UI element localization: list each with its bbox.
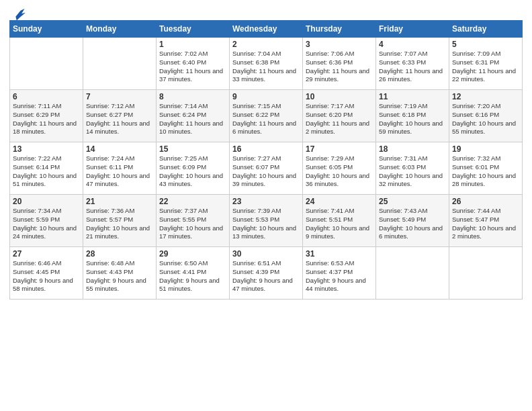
day-detail: Sunrise: 7:04 AM Sunset: 6:38 PM Dayligh… bbox=[232, 50, 300, 84]
day-number: 19 bbox=[452, 144, 519, 154]
day-detail: Sunrise: 7:25 AM Sunset: 6:09 PM Dayligh… bbox=[159, 154, 226, 189]
logo bbox=[9, 7, 26, 17]
day-number: 23 bbox=[232, 197, 300, 206]
calendar-cell: 13Sunrise: 7:22 AM Sunset: 6:14 PM Dayli… bbox=[10, 142, 83, 195]
day-number: 6 bbox=[13, 92, 80, 101]
calendar-cell bbox=[10, 38, 83, 90]
calendar-cell: 16Sunrise: 7:27 AM Sunset: 6:07 PM Dayli… bbox=[230, 142, 303, 195]
day-number: 29 bbox=[159, 249, 226, 259]
day-detail: Sunrise: 7:37 AM Sunset: 5:55 PM Dayligh… bbox=[159, 207, 226, 241]
day-detail: Sunrise: 7:19 AM Sunset: 6:18 PM Dayligh… bbox=[379, 102, 446, 136]
day-detail: Sunrise: 7:12 AM Sunset: 6:27 PM Dayligh… bbox=[86, 102, 153, 136]
calendar-cell: 26Sunrise: 7:44 AM Sunset: 5:47 PM Dayli… bbox=[449, 195, 523, 247]
calendar-cell: 1Sunrise: 7:02 AM Sunset: 6:40 PM Daylig… bbox=[157, 38, 230, 90]
day-detail: Sunrise: 6:48 AM Sunset: 4:43 PM Dayligh… bbox=[86, 259, 153, 293]
calendar-cell: 20Sunrise: 7:34 AM Sunset: 5:59 PM Dayli… bbox=[10, 195, 83, 247]
calendar-cell: 17Sunrise: 7:29 AM Sunset: 6:05 PM Dayli… bbox=[303, 142, 376, 195]
day-detail: Sunrise: 7:15 AM Sunset: 6:22 PM Dayligh… bbox=[232, 102, 300, 136]
day-detail: Sunrise: 7:43 AM Sunset: 5:49 PM Dayligh… bbox=[379, 207, 446, 241]
page-container: SundayMondayTuesdayWednesdayThursdayFrid… bbox=[0, 0, 532, 304]
day-number: 22 bbox=[159, 197, 226, 206]
calendar-cell: 29Sunrise: 6:50 AM Sunset: 4:41 PM Dayli… bbox=[157, 247, 230, 300]
day-detail: Sunrise: 7:09 AM Sunset: 6:31 PM Dayligh… bbox=[452, 50, 519, 84]
day-number: 2 bbox=[232, 40, 300, 49]
calendar-cell: 22Sunrise: 7:37 AM Sunset: 5:55 PM Dayli… bbox=[157, 195, 230, 247]
calendar-cell: 19Sunrise: 7:32 AM Sunset: 6:01 PM Dayli… bbox=[449, 142, 523, 195]
calendar-cell: 28Sunrise: 6:48 AM Sunset: 4:43 PM Dayli… bbox=[83, 247, 157, 300]
day-number: 30 bbox=[232, 249, 300, 259]
calendar-day-header: Sunday bbox=[10, 21, 83, 38]
day-detail: Sunrise: 7:31 AM Sunset: 6:03 PM Dayligh… bbox=[379, 154, 446, 189]
day-number: 10 bbox=[306, 92, 373, 101]
day-number: 14 bbox=[86, 144, 153, 154]
day-detail: Sunrise: 6:53 AM Sunset: 4:37 PM Dayligh… bbox=[306, 259, 373, 293]
day-detail: Sunrise: 7:36 AM Sunset: 5:57 PM Dayligh… bbox=[86, 207, 153, 241]
day-detail: Sunrise: 6:46 AM Sunset: 4:45 PM Dayligh… bbox=[13, 259, 80, 293]
day-number: 27 bbox=[13, 249, 80, 259]
calendar-cell: 18Sunrise: 7:31 AM Sunset: 6:03 PM Dayli… bbox=[376, 142, 449, 195]
day-number: 11 bbox=[379, 92, 446, 101]
day-number: 3 bbox=[306, 40, 373, 49]
day-detail: Sunrise: 7:07 AM Sunset: 6:33 PM Dayligh… bbox=[379, 50, 446, 84]
calendar-week-row: 6Sunrise: 7:11 AM Sunset: 6:29 PM Daylig… bbox=[10, 90, 523, 142]
day-number: 24 bbox=[306, 197, 373, 206]
calendar-day-header: Wednesday bbox=[230, 21, 303, 38]
calendar-cell: 5Sunrise: 7:09 AM Sunset: 6:31 PM Daylig… bbox=[449, 38, 523, 90]
day-number: 8 bbox=[159, 92, 226, 101]
calendar-cell: 4Sunrise: 7:07 AM Sunset: 6:33 PM Daylig… bbox=[376, 38, 449, 90]
logo-bird-icon bbox=[11, 7, 26, 21]
calendar-cell: 21Sunrise: 7:36 AM Sunset: 5:57 PM Dayli… bbox=[83, 195, 157, 247]
day-number: 31 bbox=[306, 249, 373, 259]
day-detail: Sunrise: 7:14 AM Sunset: 6:24 PM Dayligh… bbox=[159, 102, 226, 136]
calendar-cell: 12Sunrise: 7:20 AM Sunset: 6:16 PM Dayli… bbox=[449, 90, 523, 142]
calendar-cell: 31Sunrise: 6:53 AM Sunset: 4:37 PM Dayli… bbox=[303, 247, 376, 300]
calendar-cell: 11Sunrise: 7:19 AM Sunset: 6:18 PM Dayli… bbox=[376, 90, 449, 142]
day-detail: Sunrise: 7:02 AM Sunset: 6:40 PM Dayligh… bbox=[159, 50, 226, 84]
day-number: 4 bbox=[379, 40, 446, 49]
day-detail: Sunrise: 7:06 AM Sunset: 6:36 PM Dayligh… bbox=[306, 50, 373, 84]
calendar-day-header: Monday bbox=[83, 21, 157, 38]
calendar-week-row: 20Sunrise: 7:34 AM Sunset: 5:59 PM Dayli… bbox=[10, 195, 523, 247]
calendar-day-header: Thursday bbox=[303, 21, 376, 38]
day-number: 5 bbox=[452, 40, 519, 49]
day-number: 1 bbox=[159, 40, 226, 49]
day-number: 20 bbox=[13, 197, 80, 206]
day-number: 28 bbox=[86, 249, 153, 259]
calendar-cell: 3Sunrise: 7:06 AM Sunset: 6:36 PM Daylig… bbox=[303, 38, 376, 90]
day-detail: Sunrise: 7:44 AM Sunset: 5:47 PM Dayligh… bbox=[452, 207, 519, 241]
day-detail: Sunrise: 7:17 AM Sunset: 6:20 PM Dayligh… bbox=[306, 102, 373, 136]
calendar-cell: 14Sunrise: 7:24 AM Sunset: 6:11 PM Dayli… bbox=[83, 142, 157, 195]
day-detail: Sunrise: 7:24 AM Sunset: 6:11 PM Dayligh… bbox=[86, 154, 153, 189]
day-number: 15 bbox=[159, 144, 226, 154]
header bbox=[9, 7, 523, 17]
day-detail: Sunrise: 7:41 AM Sunset: 5:51 PM Dayligh… bbox=[306, 207, 373, 241]
day-number: 16 bbox=[232, 144, 300, 154]
day-number: 26 bbox=[452, 197, 519, 206]
svg-marker-0 bbox=[15, 9, 26, 21]
calendar-table: SundayMondayTuesdayWednesdayThursdayFrid… bbox=[9, 20, 523, 300]
calendar-cell: 30Sunrise: 6:51 AM Sunset: 4:39 PM Dayli… bbox=[230, 247, 303, 300]
calendar-cell: 9Sunrise: 7:15 AM Sunset: 6:22 PM Daylig… bbox=[230, 90, 303, 142]
calendar-day-header: Tuesday bbox=[157, 21, 230, 38]
day-detail: Sunrise: 7:27 AM Sunset: 6:07 PM Dayligh… bbox=[232, 154, 300, 189]
calendar-cell: 7Sunrise: 7:12 AM Sunset: 6:27 PM Daylig… bbox=[83, 90, 157, 142]
calendar-week-row: 13Sunrise: 7:22 AM Sunset: 6:14 PM Dayli… bbox=[10, 142, 523, 195]
calendar-cell: 8Sunrise: 7:14 AM Sunset: 6:24 PM Daylig… bbox=[157, 90, 230, 142]
day-detail: Sunrise: 7:20 AM Sunset: 6:16 PM Dayligh… bbox=[452, 102, 519, 136]
calendar-cell bbox=[449, 247, 523, 300]
calendar-cell: 6Sunrise: 7:11 AM Sunset: 6:29 PM Daylig… bbox=[10, 90, 83, 142]
day-number: 21 bbox=[86, 197, 153, 206]
calendar-cell: 25Sunrise: 7:43 AM Sunset: 5:49 PM Dayli… bbox=[376, 195, 449, 247]
day-number: 17 bbox=[306, 144, 373, 154]
day-detail: Sunrise: 6:51 AM Sunset: 4:39 PM Dayligh… bbox=[232, 259, 300, 293]
calendar-cell: 23Sunrise: 7:39 AM Sunset: 5:53 PM Dayli… bbox=[230, 195, 303, 247]
day-detail: Sunrise: 7:39 AM Sunset: 5:53 PM Dayligh… bbox=[232, 207, 300, 241]
day-detail: Sunrise: 7:29 AM Sunset: 6:05 PM Dayligh… bbox=[306, 154, 373, 189]
calendar-week-row: 1Sunrise: 7:02 AM Sunset: 6:40 PM Daylig… bbox=[10, 38, 523, 90]
calendar-day-header: Saturday bbox=[449, 21, 523, 38]
calendar-cell: 15Sunrise: 7:25 AM Sunset: 6:09 PM Dayli… bbox=[157, 142, 230, 195]
day-number: 25 bbox=[379, 197, 446, 206]
calendar-header-row: SundayMondayTuesdayWednesdayThursdayFrid… bbox=[10, 21, 523, 38]
calendar-cell bbox=[376, 247, 449, 300]
day-number: 7 bbox=[86, 92, 153, 101]
